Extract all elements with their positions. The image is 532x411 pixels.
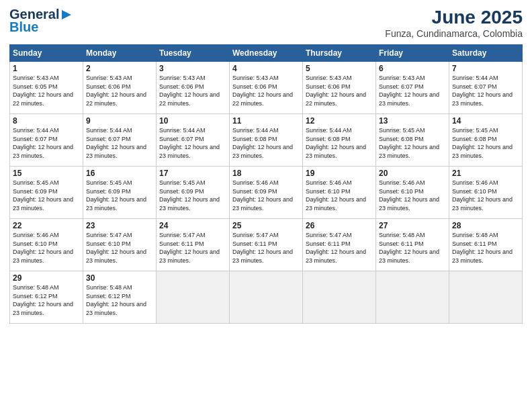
calendar-row: 15 Sunrise: 5:45 AMSunset: 6:09 PMDaylig… xyxy=(10,167,523,219)
table-row: 7 Sunrise: 5:44 AMSunset: 6:07 PMDayligh… xyxy=(449,62,523,114)
table-row xyxy=(157,271,230,324)
day-number: 12 xyxy=(306,116,373,126)
cell-content: Sunrise: 5:43 AMSunset: 6:07 PMDaylight:… xyxy=(379,74,446,107)
table-row: 25 Sunrise: 5:47 AMSunset: 6:11 PMDaylig… xyxy=(230,219,303,271)
day-number: 18 xyxy=(232,169,300,178)
day-number: 28 xyxy=(452,221,519,230)
day-number: 15 xyxy=(13,169,80,178)
table-row: 10 Sunrise: 5:44 AMSunset: 6:07 PMDaylig… xyxy=(157,114,230,167)
cell-content: Sunrise: 5:44 AMSunset: 6:07 PMDaylight:… xyxy=(13,126,80,160)
day-number: 27 xyxy=(379,221,446,230)
cell-content: Sunrise: 5:46 AMSunset: 6:10 PMDaylight:… xyxy=(379,179,446,212)
day-number: 7 xyxy=(452,64,519,73)
table-row: 6 Sunrise: 5:43 AMSunset: 6:07 PMDayligh… xyxy=(376,62,449,114)
day-number: 9 xyxy=(86,116,153,126)
month-year: June 2025 xyxy=(385,7,523,28)
day-number: 10 xyxy=(159,116,226,126)
table-row: 5 Sunrise: 5:43 AMSunset: 6:06 PMDayligh… xyxy=(303,62,376,114)
table-row: 29 Sunrise: 5:48 AMSunset: 6:12 PMDaylig… xyxy=(10,271,83,324)
calendar-row: 8 Sunrise: 5:44 AMSunset: 6:07 PMDayligh… xyxy=(10,114,523,167)
day-number: 16 xyxy=(86,169,153,178)
table-row: 22 Sunrise: 5:46 AMSunset: 6:10 PMDaylig… xyxy=(10,219,83,271)
day-number: 1 xyxy=(13,64,80,73)
table-row xyxy=(376,271,449,324)
day-number: 5 xyxy=(306,64,373,73)
col-tuesday: Tuesday xyxy=(157,45,230,62)
day-number: 2 xyxy=(86,64,153,73)
day-number: 13 xyxy=(379,116,446,126)
day-number: 25 xyxy=(232,221,300,230)
cell-content: Sunrise: 5:47 AMSunset: 6:10 PMDaylight:… xyxy=(86,231,153,265)
cell-content: Sunrise: 5:45 AMSunset: 6:09 PMDaylight:… xyxy=(159,179,226,212)
cell-content: Sunrise: 5:43 AMSunset: 6:06 PMDaylight:… xyxy=(306,74,373,107)
cell-content: Sunrise: 5:45 AMSunset: 6:08 PMDaylight:… xyxy=(379,126,446,160)
cell-content: Sunrise: 5:44 AMSunset: 6:07 PMDaylight:… xyxy=(86,126,153,160)
table-row: 11 Sunrise: 5:44 AMSunset: 6:08 PMDaylig… xyxy=(230,114,303,167)
cell-content: Sunrise: 5:46 AMSunset: 6:10 PMDaylight:… xyxy=(452,179,519,212)
calendar-table: Sunday Monday Tuesday Wednesday Thursday… xyxy=(9,44,523,324)
table-row: 16 Sunrise: 5:45 AMSunset: 6:09 PMDaylig… xyxy=(83,167,157,219)
day-number: 17 xyxy=(159,169,226,178)
cell-content: Sunrise: 5:47 AMSunset: 6:11 PMDaylight:… xyxy=(232,231,300,265)
table-row: 15 Sunrise: 5:45 AMSunset: 6:09 PMDaylig… xyxy=(10,167,83,219)
logo-blue: Blue xyxy=(9,19,38,35)
table-row: 26 Sunrise: 5:47 AMSunset: 6:11 PMDaylig… xyxy=(303,219,376,271)
table-row: 2 Sunrise: 5:43 AMSunset: 6:06 PMDayligh… xyxy=(83,62,157,114)
day-number: 8 xyxy=(13,116,80,126)
day-number: 23 xyxy=(86,221,153,230)
day-number: 24 xyxy=(159,221,226,230)
table-row: 20 Sunrise: 5:46 AMSunset: 6:10 PMDaylig… xyxy=(376,167,449,219)
cell-content: Sunrise: 5:45 AMSunset: 6:09 PMDaylight:… xyxy=(86,179,153,212)
table-row: 8 Sunrise: 5:44 AMSunset: 6:07 PMDayligh… xyxy=(10,114,83,167)
cell-content: Sunrise: 5:43 AMSunset: 6:05 PMDaylight:… xyxy=(13,74,80,107)
col-monday: Monday xyxy=(83,45,157,62)
day-number: 26 xyxy=(306,221,373,230)
cell-content: Sunrise: 5:44 AMSunset: 6:07 PMDaylight:… xyxy=(452,74,519,107)
day-number: 21 xyxy=(452,169,519,178)
table-row: 9 Sunrise: 5:44 AMSunset: 6:07 PMDayligh… xyxy=(83,114,157,167)
logo: General Blue xyxy=(9,7,73,35)
cell-content: Sunrise: 5:44 AMSunset: 6:08 PMDaylight:… xyxy=(232,126,300,160)
svg-marker-0 xyxy=(62,10,71,19)
table-row: 30 Sunrise: 5:48 AMSunset: 6:12 PMDaylig… xyxy=(83,271,157,324)
day-number: 19 xyxy=(306,169,373,178)
table-row: 13 Sunrise: 5:45 AMSunset: 6:08 PMDaylig… xyxy=(376,114,449,167)
main-container: General Blue June 2025 Funza, Cundinamar… xyxy=(0,0,532,330)
col-thursday: Thursday xyxy=(303,45,376,62)
day-number: 4 xyxy=(232,64,300,73)
cell-content: Sunrise: 5:48 AMSunset: 6:11 PMDaylight:… xyxy=(452,231,519,265)
table-row: 3 Sunrise: 5:43 AMSunset: 6:06 PMDayligh… xyxy=(157,62,230,114)
day-number: 22 xyxy=(13,221,80,230)
day-number: 30 xyxy=(86,273,153,283)
col-friday: Friday xyxy=(376,45,449,62)
location: Funza, Cundinamarca, Colombia xyxy=(385,28,523,39)
table-row xyxy=(449,271,523,324)
day-number: 29 xyxy=(13,273,80,283)
table-row: 19 Sunrise: 5:46 AMSunset: 6:10 PMDaylig… xyxy=(303,167,376,219)
table-row: 4 Sunrise: 5:43 AMSunset: 6:06 PMDayligh… xyxy=(230,62,303,114)
table-row: 18 Sunrise: 5:46 AMSunset: 6:09 PMDaylig… xyxy=(230,167,303,219)
table-row: 17 Sunrise: 5:45 AMSunset: 6:09 PMDaylig… xyxy=(157,167,230,219)
cell-content: Sunrise: 5:48 AMSunset: 6:12 PMDaylight:… xyxy=(13,283,80,317)
col-wednesday: Wednesday xyxy=(230,45,303,62)
cell-content: Sunrise: 5:43 AMSunset: 6:06 PMDaylight:… xyxy=(86,74,153,107)
col-sunday: Sunday xyxy=(10,45,83,62)
cell-content: Sunrise: 5:48 AMSunset: 6:12 PMDaylight:… xyxy=(86,283,153,317)
day-number: 14 xyxy=(452,116,519,126)
table-row: 12 Sunrise: 5:44 AMSunset: 6:08 PMDaylig… xyxy=(303,114,376,167)
table-row: 23 Sunrise: 5:47 AMSunset: 6:10 PMDaylig… xyxy=(83,219,157,271)
table-row: 27 Sunrise: 5:48 AMSunset: 6:11 PMDaylig… xyxy=(376,219,449,271)
cell-content: Sunrise: 5:46 AMSunset: 6:09 PMDaylight:… xyxy=(232,179,300,212)
cell-content: Sunrise: 5:45 AMSunset: 6:08 PMDaylight:… xyxy=(452,126,519,160)
table-row xyxy=(230,271,303,324)
day-number: 11 xyxy=(232,116,300,126)
cell-content: Sunrise: 5:46 AMSunset: 6:10 PMDaylight:… xyxy=(13,231,80,265)
table-row xyxy=(303,271,376,324)
col-saturday: Saturday xyxy=(449,45,523,62)
header: General Blue June 2025 Funza, Cundinamar… xyxy=(9,7,523,39)
table-row: 28 Sunrise: 5:48 AMSunset: 6:11 PMDaylig… xyxy=(449,219,523,271)
cell-content: Sunrise: 5:43 AMSunset: 6:06 PMDaylight:… xyxy=(232,74,300,107)
logo-icon xyxy=(60,9,73,21)
day-number: 20 xyxy=(379,169,446,178)
table-row: 21 Sunrise: 5:46 AMSunset: 6:10 PMDaylig… xyxy=(449,167,523,219)
